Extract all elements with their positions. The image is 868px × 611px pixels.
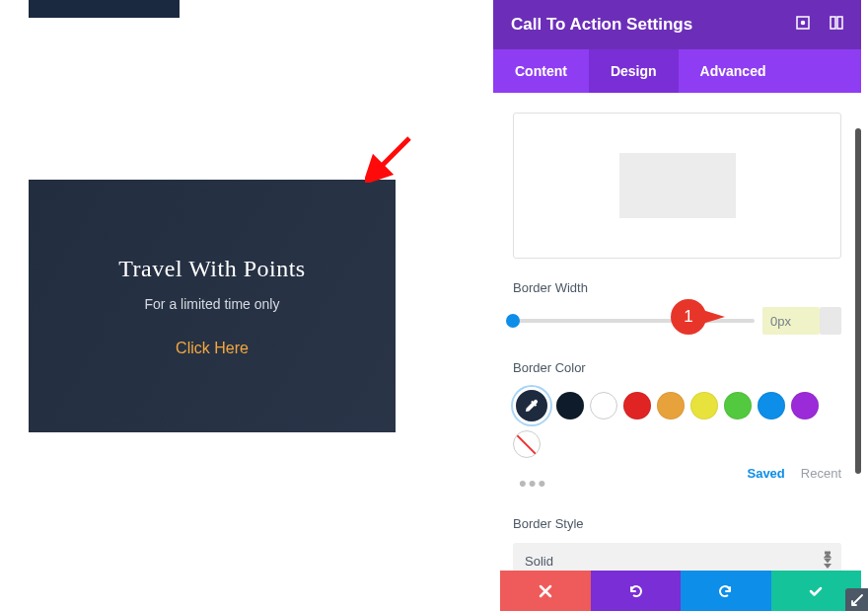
swatch-purple[interactable]	[791, 392, 819, 420]
swatch-white[interactable]	[590, 392, 617, 420]
undo-button[interactable]	[591, 571, 682, 611]
panel-title: Call To Action Settings	[511, 15, 692, 35]
resize-icon	[851, 594, 863, 606]
scrollbar-thumb[interactable]	[855, 128, 861, 474]
swatch-green[interactable]	[724, 392, 752, 420]
svg-rect-4	[837, 17, 842, 29]
tab-design[interactable]: Design	[589, 49, 679, 93]
svg-rect-3	[831, 17, 835, 29]
swatch-link-saved[interactable]: Saved	[747, 466, 784, 481]
action-bar	[500, 571, 861, 611]
tab-advanced[interactable]: Advanced	[679, 49, 788, 93]
swatch-link-recent[interactable]: Recent	[801, 466, 841, 481]
cta-title: Travel With Points	[118, 256, 305, 282]
eyedropper-icon	[524, 398, 540, 414]
settings-tabs: Content Design Advanced	[493, 49, 861, 93]
redo-icon	[718, 583, 734, 599]
slider-thumb[interactable]	[506, 314, 520, 328]
color-swatch-row	[513, 387, 841, 458]
check-icon	[808, 583, 824, 599]
style-preview-inner	[619, 153, 736, 218]
border-color-label: Border Color	[513, 360, 841, 375]
callout-number: 1	[684, 307, 692, 327]
swatch-blue[interactable]	[758, 392, 785, 420]
cta-subtitle: For a limited time only	[145, 296, 280, 312]
border-width-unit-toggle[interactable]	[820, 307, 841, 335]
swatch-orange[interactable]	[657, 392, 685, 420]
swatch-none[interactable]	[513, 430, 541, 458]
svg-point-2	[802, 22, 805, 25]
swatch-navy[interactable]	[556, 392, 584, 420]
redo-button[interactable]	[681, 571, 771, 611]
style-preview-box	[513, 113, 841, 259]
select-caret-down-icon	[824, 564, 832, 569]
border-width-label: Border Width	[513, 280, 841, 295]
svg-line-0	[373, 138, 409, 175]
border-style-label: Border Style	[513, 516, 841, 531]
undo-icon	[627, 583, 643, 599]
more-swatches-icon[interactable]: •••	[513, 469, 553, 498]
preview-banner-top	[29, 0, 180, 18]
border-width-input[interactable]: 0px	[762, 307, 820, 335]
preview-canvas: Travel With Points For a limited time on…	[0, 0, 493, 611]
tab-content[interactable]: Content	[493, 49, 589, 93]
cta-link[interactable]: Click Here	[176, 340, 249, 357]
resize-handle[interactable]	[845, 588, 868, 611]
eyedropper-swatch[interactable]	[513, 387, 550, 424]
expand-icon[interactable]	[796, 16, 810, 34]
panel-body: Border Width 0px Border Color •••	[493, 93, 861, 611]
cancel-button[interactable]	[500, 571, 591, 611]
annotation-callout-1: 1	[671, 299, 706, 335]
select-caret-up-icon	[824, 553, 832, 558]
panel-header: Call To Action Settings	[493, 0, 861, 49]
cta-module-preview[interactable]: Travel With Points For a limited time on…	[29, 180, 396, 432]
annotation-arrow-icon	[365, 133, 414, 183]
swatch-yellow[interactable]	[690, 392, 718, 420]
close-icon	[539, 584, 552, 598]
swatch-red[interactable]	[623, 392, 651, 420]
drag-icon[interactable]	[830, 16, 843, 34]
